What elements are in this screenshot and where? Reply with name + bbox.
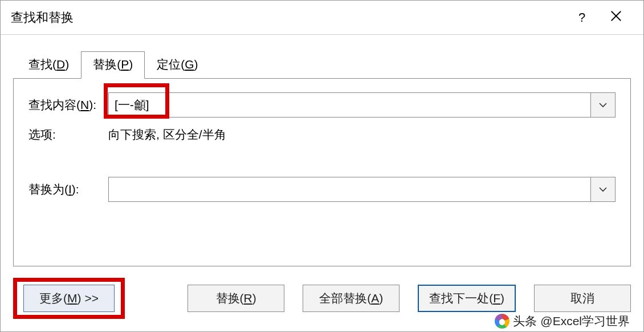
find-what-field-wrap <box>108 92 616 118</box>
options-value: 向下搜索, 区分全/半角 <box>108 127 616 143</box>
dialog-content: 查找(D) 替换(P) 定位(G) 查找内容(N): 选项: 向下搜索, 区分全… <box>1 35 643 274</box>
replace-all-button[interactable]: 全部替换(A) <box>303 285 400 312</box>
close-button[interactable] <box>599 10 633 26</box>
find-what-label: 查找内容(N): <box>28 97 108 113</box>
close-icon <box>610 10 622 22</box>
chevron-down-icon <box>599 102 607 108</box>
replace-button[interactable]: 替换(R) <box>188 285 284 312</box>
tab-strip: 查找(D) 替换(P) 定位(G) <box>17 51 631 78</box>
replace-with-label: 替换为(I): <box>28 181 108 197</box>
find-what-input[interactable] <box>108 92 616 118</box>
dialog-title: 查找和替换 <box>11 9 565 26</box>
replace-with-row: 替换为(I): <box>28 177 616 202</box>
replace-with-field-wrap <box>108 177 616 202</box>
find-next-button[interactable]: 查找下一处(F) <box>418 285 516 312</box>
cancel-button[interactable]: 取消 <box>534 285 631 312</box>
button-row: 更多(M) >> 替换(R) 全部替换(A) 查找下一处(F) 取消 <box>1 278 643 331</box>
options-row: 选项: 向下搜索, 区分全/半角 <box>28 127 616 143</box>
tab-replace[interactable]: 替换(P) <box>81 51 145 79</box>
find-what-dropdown[interactable] <box>590 92 616 118</box>
replace-with-dropdown[interactable] <box>590 177 616 202</box>
find-what-row: 查找内容(N): <box>28 92 616 118</box>
find-replace-dialog: 查找和替换 ? 查找(D) 替换(P) 定位(G) 查找内容(N): <box>0 0 644 332</box>
chevron-down-icon <box>599 187 607 192</box>
more-button-wrap: 更多(M) >> <box>13 278 125 319</box>
replace-panel: 查找内容(N): 选项: 向下搜索, 区分全/半角 替换为(I): <box>13 78 631 266</box>
tab-goto[interactable]: 定位(G) <box>145 51 210 79</box>
replace-with-input[interactable] <box>108 177 616 202</box>
options-label: 选项: <box>28 127 108 143</box>
tab-find[interactable]: 查找(D) <box>17 51 81 79</box>
help-button[interactable]: ? <box>565 10 599 25</box>
more-button[interactable]: 更多(M) >> <box>23 285 115 312</box>
titlebar: 查找和替换 ? <box>1 1 643 35</box>
